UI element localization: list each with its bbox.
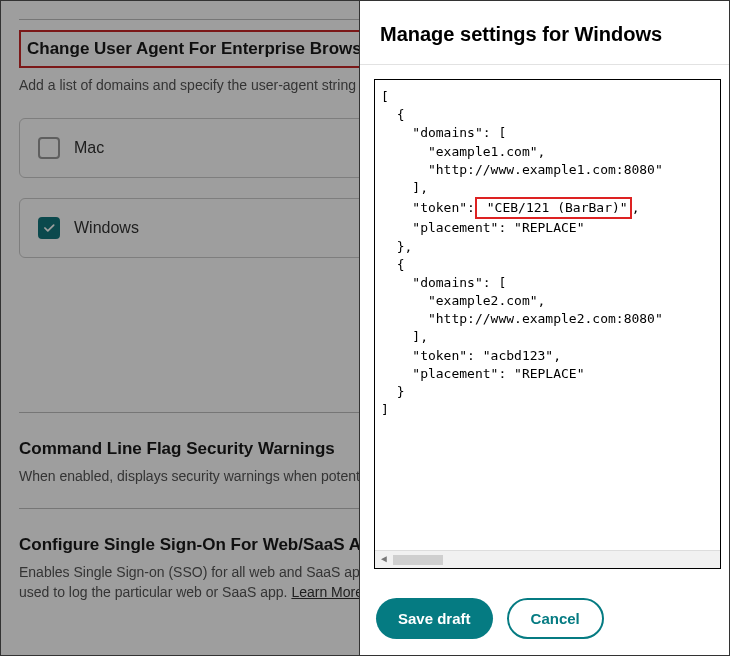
modal-title: Manage settings for Windows [360, 1, 729, 65]
scroll-thumb[interactable] [393, 555, 443, 565]
save-draft-button[interactable]: Save draft [376, 598, 493, 639]
json-code[interactable]: [ { "domains": [ "example1.com", "http:/… [375, 80, 720, 427]
token-highlight: "CEB/121 (BarBar)" [475, 197, 632, 219]
horizontal-scrollbar[interactable]: ◄ [375, 550, 720, 568]
cancel-button[interactable]: Cancel [507, 598, 604, 639]
modal-actions: Save draft Cancel [360, 582, 729, 655]
json-editor[interactable]: [ { "domains": [ "example1.com", "http:/… [374, 79, 721, 569]
modal-manage-settings: Manage settings for Windows [ { "domains… [359, 1, 729, 655]
scroll-left-icon[interactable]: ◄ [375, 553, 393, 567]
editor-wrap: [ { "domains": [ "example1.com", "http:/… [360, 65, 729, 582]
